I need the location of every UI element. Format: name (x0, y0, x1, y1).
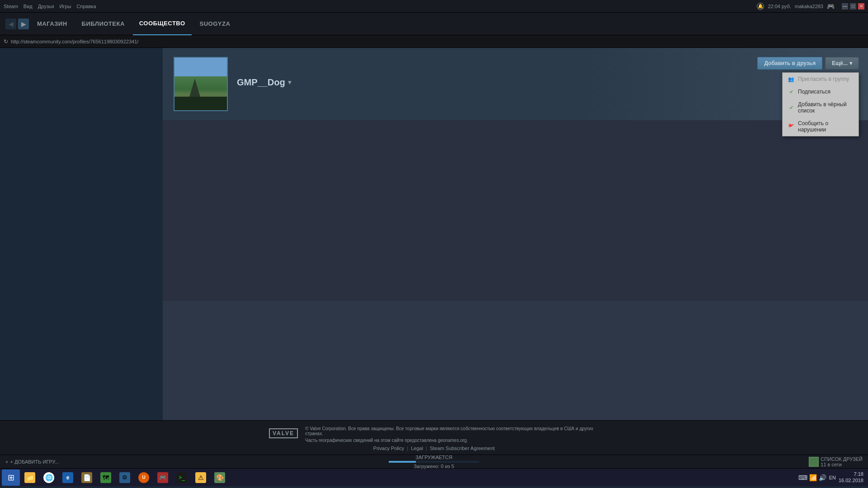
nav-username[interactable]: SUOGYZA (193, 13, 237, 35)
legal-link[interactable]: Legal (411, 446, 423, 451)
friends-count: 11 в сети (821, 462, 863, 467)
profile-card: GMP__Dog Добавить в друзья Ещё... ▾ 👥 Пр… (163, 48, 868, 120)
taskbar-app-maps[interactable]: 🗺 (97, 469, 115, 486)
nav-library[interactable]: БИБЛИОТЕКА (75, 13, 131, 35)
profile-avatar (174, 57, 228, 111)
loading-detail: Загружено: 0 из 5 (389, 464, 479, 469)
friends-list-button[interactable]: СПИСОК ДРУЗЕЙ 11 в сети (809, 456, 863, 467)
taskbar-app-alert[interactable]: ⚠ (192, 469, 210, 486)
footer-sep-2: | (426, 446, 427, 451)
dropdown-report[interactable]: 🚩 Сообщить о нарушении (783, 117, 859, 136)
subscribe-icon: ✔ (788, 89, 794, 95)
taskbar: ⊞ 📁 🌐 e 📄 🗺 ⚙ U 🎮 >_ ⚠ 🎨 ⌨ 📶 🔊 EN (0, 468, 868, 486)
privacy-policy-link[interactable]: Privacy Policy (373, 446, 404, 451)
footer-sep-1: | (407, 446, 408, 451)
start-button[interactable]: ⊞ (2, 469, 20, 486)
subscriber-agreement-link[interactable]: Steam Subscriber Agreement (430, 446, 495, 451)
system-tray-icons: ⌨ 📶 🔊 (798, 474, 826, 481)
taskbar-app-paint[interactable]: 🎨 (211, 469, 229, 486)
chevron-down-icon: ▾ (849, 60, 852, 66)
content-body (163, 120, 868, 301)
loading-title: ЗАГРУЖАЕТСЯ (389, 455, 479, 460)
keyboard-icon[interactable]: ⌨ (798, 474, 807, 481)
menu-items: Steam Вид Друзья Игры Справка (4, 4, 96, 9)
minimize-button[interactable]: — (842, 3, 848, 9)
terminal-icon: >_ (176, 472, 187, 483)
file-explorer-icon: 📁 (24, 472, 35, 483)
dropdown-subscribe[interactable]: ✔ Подписаться (783, 85, 859, 98)
nav-store[interactable]: МАГАЗИН (31, 13, 74, 35)
add-game-button[interactable]: + + ДОБАВИТЬ ИГРУ... (5, 459, 59, 465)
footer-geo: Часть географических сведений на этом са… (305, 438, 599, 443)
invite-group-icon: 👥 (788, 76, 794, 82)
menu-games[interactable]: Игры (59, 4, 71, 9)
ubuntu-icon: U (138, 472, 149, 483)
menu-view[interactable]: Вид (24, 4, 33, 9)
taskbar-app-ubuntu[interactable]: U (135, 469, 153, 486)
loading-status: ЗАГРУЖАЕТСЯ Загружено: 0 из 5 (389, 455, 479, 469)
ie-icon: e (62, 472, 73, 483)
taskbar-time-value: 7:18 (839, 471, 863, 477)
report-icon: 🚩 (788, 123, 794, 130)
more-button[interactable]: Ещё... ▾ (825, 57, 859, 70)
maximize-button[interactable]: □ (850, 3, 856, 9)
close-button[interactable]: ✕ (858, 3, 864, 9)
maps-icon: 🗺 (100, 472, 111, 483)
taskbar-app-files2[interactable]: 📄 (78, 469, 96, 486)
taskbar-app-terminal[interactable]: >_ (173, 469, 191, 486)
file-icon: 📄 (81, 472, 92, 483)
taskbar-language: EN (829, 475, 836, 480)
footer-links: Privacy Policy | Legal | Steam Subscribe… (0, 446, 868, 451)
profile-name: GMP__Dog (237, 77, 857, 88)
taskbar-app-ie[interactable]: e (59, 469, 77, 486)
dropdown-menu: 👥 Пригласить в группу ✔ Подписаться ✔ До… (782, 72, 859, 136)
taskbar-system-tray: ⌨ 📶 🔊 EN 7:18 16.02.2018 (796, 471, 866, 483)
status-bar: + + ДОБАВИТЬ ИГРУ... ЗАГРУЖАЕТСЯ Загруже… (0, 455, 868, 468)
profile-actions: Добавить в друзья Ещё... ▾ (757, 57, 859, 70)
forward-button[interactable]: ▶ (18, 19, 29, 29)
plus-icon: + (5, 459, 8, 465)
controller-icon: 🎮 (827, 3, 835, 10)
content-area: GMP__Dog Добавить в друзья Ещё... ▾ 👥 Пр… (163, 48, 868, 420)
menu-friends[interactable]: Друзья (38, 4, 54, 9)
taskbar-app-chrome[interactable]: 🌐 (40, 469, 58, 486)
notification-icon[interactable]: 🔔 (757, 3, 764, 10)
valve-logo: VALVE (269, 428, 298, 438)
menu-help[interactable]: Справка (76, 4, 96, 9)
footer-inner: VALVE © Valve Corporation. Все права защ… (0, 426, 868, 443)
refresh-button[interactable]: ↻ (4, 38, 8, 45)
address-url: http://steamcommunity.com/profiles/76561… (11, 39, 138, 44)
avatar-image (175, 58, 227, 110)
window-controls: — □ ✕ (842, 3, 864, 9)
taskbar-app-game[interactable]: 🎮 (154, 469, 172, 486)
footer-copyright: © Valve Corporation. Все права защищены.… (305, 426, 599, 436)
taskbar-date-value: 16.02.2018 (839, 478, 863, 483)
taskbar-app-explorer-files[interactable]: 📁 (21, 469, 39, 486)
topbar-time: 22:04 руб. (768, 4, 791, 9)
speaker-icon[interactable]: 🔊 (819, 474, 826, 481)
game-icon: 🎮 (157, 472, 168, 483)
navigation-bar: ◀ ▶ МАГАЗИН БИБЛИОТЕКА СООБЩЕСТВО SUOGYZ… (0, 13, 868, 35)
friends-avatar-icon (809, 457, 819, 467)
menu-steam[interactable]: Steam (4, 4, 18, 9)
steam-icon: ⚙ (119, 472, 130, 483)
back-button[interactable]: ◀ (5, 19, 16, 29)
add-friend-button[interactable]: Добавить в друзья (757, 57, 822, 70)
windows-icon: ⊞ (8, 473, 14, 483)
taskbar-app-steam[interactable]: ⚙ (116, 469, 134, 486)
alert-icon: ⚠ (195, 472, 206, 483)
main-layout: GMP__Dog Добавить в друзья Ещё... ▾ 👥 Пр… (0, 48, 868, 420)
top-menu-bar: Steam Вид Друзья Игры Справка 🔔 22:04 ру… (0, 0, 868, 13)
friends-label: СПИСОК ДРУЗЕЙ (821, 456, 863, 462)
nav-community[interactable]: СООБЩЕСТВО (133, 13, 192, 35)
progress-bar (389, 461, 416, 463)
topbar-right: 🔔 22:04 руб. makaka2283 🎮 — □ ✕ (757, 3, 864, 10)
taskbar-clock: 7:18 16.02.2018 (839, 471, 863, 483)
dropdown-invite-group[interactable]: 👥 Пригласить в группу (783, 73, 859, 85)
sidebar (0, 48, 163, 420)
chrome-icon: 🌐 (43, 472, 54, 483)
dropdown-blacklist[interactable]: ✔ Добавить в чёрный список (783, 98, 859, 117)
topbar-username: makaka2283 (795, 4, 823, 9)
network-icon[interactable]: 📶 (809, 474, 817, 481)
blacklist-icon: ✔ (788, 104, 794, 111)
